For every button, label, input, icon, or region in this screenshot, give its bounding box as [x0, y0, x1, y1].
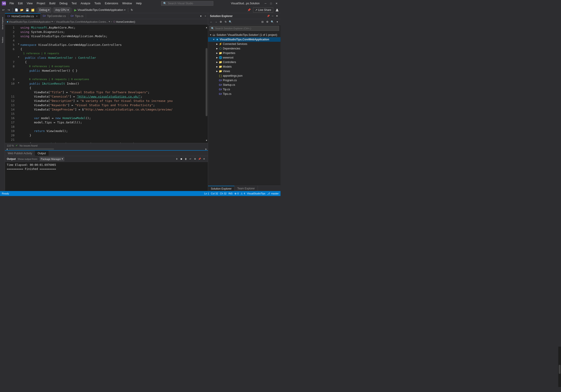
status-line[interactable]: Ln 1	[204, 192, 209, 195]
se-collapse-btn[interactable]: ⊟	[260, 20, 265, 24]
se-search-box[interactable]: 🔍	[209, 26, 279, 31]
se-more-btn[interactable]: ▾	[275, 20, 280, 24]
hscroll-thumb[interactable]	[9, 148, 54, 150]
tree-startup[interactable]: C# Startup.cs	[208, 83, 280, 87]
se-properties-btn[interactable]: ⚙	[218, 20, 223, 24]
output-filter-btn[interactable]: ⚙	[193, 157, 197, 161]
zoom-level[interactable]: 110 %	[7, 144, 14, 147]
tab-tipcontroller[interactable]: C# TipController.cs	[41, 13, 68, 19]
platform-dropdown[interactable]: Any CPU ▾	[54, 8, 70, 12]
se-search-input[interactable]	[215, 27, 278, 30]
undo-button[interactable]: ↩	[1, 8, 6, 12]
tree-wwwroot[interactable]: ▶ 🌐 wwwroot	[208, 55, 280, 60]
status-ch[interactable]: Ch 32	[220, 192, 227, 195]
tree-expand-wwwroot[interactable]: ▶	[215, 56, 218, 59]
editor-vertical-scrollbar[interactable]: ▲ ▼	[205, 24, 208, 143]
panel-tab-team-explorer[interactable]: Team Explorer	[234, 186, 258, 191]
new-project-button[interactable]: 📄	[14, 8, 19, 12]
menu-help[interactable]: Help	[134, 1, 143, 5]
menu-file[interactable]: File	[8, 1, 16, 5]
status-ready[interactable]: Ready	[2, 192, 9, 195]
tree-project[interactable]: ▼ ■ VisualStudioTips.CoreWebApplication	[208, 37, 280, 42]
tree-expand-connected[interactable]: ▶	[215, 43, 218, 45]
close-button[interactable]: ✕	[274, 1, 279, 5]
output-pause-btn[interactable]: ⏸	[175, 157, 179, 161]
save-button[interactable]: 💾	[25, 8, 30, 12]
output-wrap-btn[interactable]: ↵	[188, 157, 193, 161]
tab-web-publish-activity[interactable]: Web Publish Activity	[5, 151, 35, 156]
sidebar-toolbox[interactable]: Toolbox	[0, 33, 5, 47]
panel-tab-solution-explorer[interactable]: Solution Explorer	[208, 186, 234, 191]
output-pin-btn[interactable]: 📌	[197, 157, 202, 161]
tree-connected-services[interactable]: ▶ ⚡ Connected Services	[208, 42, 280, 46]
output-source-dropdown[interactable]: Package Manager ▾	[40, 157, 64, 161]
refresh-button[interactable]: ↻	[129, 8, 134, 12]
breadcrumb-method[interactable]: ⬡ HomeController()	[113, 21, 135, 23]
scrollbar-thumb[interactable]	[205, 48, 207, 116]
menu-debug[interactable]: Debug	[58, 1, 69, 5]
code-content[interactable]: using Microsoft.AspNetCore.Mvc; using Sy…	[16, 24, 205, 143]
live-share-button[interactable]: ↗ Live Share	[253, 8, 273, 12]
se-forward-btn[interactable]: →	[214, 20, 218, 24]
se-filter-btn[interactable]: 🔍	[228, 20, 233, 24]
tree-tip[interactable]: C# Tip.cs	[208, 87, 280, 92]
menu-edit[interactable]: Edit	[16, 1, 24, 5]
account-button[interactable]	[275, 8, 280, 12]
fold-7[interactable]: ▼	[17, 56, 20, 58]
breadcrumb-namespace[interactable]: VisualStudioTips.CoreWebApplication.Cont…	[56, 20, 110, 23]
redo-button[interactable]: ↪	[6, 8, 11, 12]
hscroll-track[interactable]	[9, 148, 204, 150]
hscroll-right[interactable]: ▶	[204, 148, 208, 150]
se-refresh-btn[interactable]: ↻	[223, 20, 228, 24]
menu-build[interactable]: Build	[47, 1, 57, 5]
open-button[interactable]: 📂	[19, 8, 24, 12]
tab-output[interactable]: Output	[35, 151, 49, 156]
se-close-btn[interactable]: ✕	[275, 14, 279, 18]
se-back-btn[interactable]: ←	[209, 20, 214, 24]
editor-add-tab-button[interactable]: +	[203, 13, 208, 19]
tree-solution[interactable]: ▼ 🗂 Solution 'VisualStudioTips.Solution'…	[208, 33, 280, 37]
menu-tools[interactable]: Tools	[93, 1, 103, 5]
tab-homecontroller[interactable]: C# HomeController.cs ✕	[5, 13, 41, 19]
title-search-box[interactable]: 🔍	[161, 1, 213, 6]
tree-models[interactable]: ▶ 📁 Models	[208, 64, 280, 69]
tree-dependencies[interactable]: ▶ ⬡ Dependencies	[208, 46, 280, 51]
menu-analyze[interactable]: Analyze	[79, 1, 92, 5]
tree-expand-solution[interactable]: ▼	[209, 34, 212, 36]
menu-extensions[interactable]: Extensions	[103, 1, 120, 5]
output-close-btn[interactable]: ✕	[202, 157, 206, 161]
hscroll-left[interactable]: ◀	[5, 148, 9, 150]
se-search-btn[interactable]: 🔍	[270, 20, 275, 24]
tree-expand-models[interactable]: ▶	[215, 65, 218, 68]
tree-expand-project[interactable]: ▼	[212, 38, 215, 41]
menu-project[interactable]: Project	[35, 1, 47, 5]
fold-11[interactable]: ▼	[17, 81, 20, 84]
tree-program[interactable]: C# Program.cs	[208, 78, 280, 83]
status-branch[interactable]: ⎇ master	[267, 192, 279, 195]
tree-appsettings[interactable]: { } appsettings.json	[208, 74, 280, 78]
tree-tips[interactable]: C# Tips.cs	[208, 92, 280, 96]
minimize-button[interactable]: ─	[263, 1, 268, 5]
restore-button[interactable]: □	[269, 1, 273, 5]
search-input[interactable]	[168, 2, 211, 5]
tab-tips[interactable]: C# Tips.cs	[68, 13, 86, 19]
output-stop-btn[interactable]: ⏹	[179, 157, 183, 161]
tree-expand-properties[interactable]: ▶	[215, 52, 218, 54]
tree-expand-deps[interactable]: ▶	[215, 47, 218, 50]
sidebar-server-explorer[interactable]: Server Explorer	[0, 14, 5, 32]
status-ins[interactable]: INS	[228, 192, 232, 195]
editor-horizontal-scrollbar[interactable]: ◀ ▶	[5, 148, 208, 150]
se-minimize-btn[interactable]: ─	[271, 14, 274, 18]
output-clear-btn[interactable]: 🗑	[184, 157, 188, 161]
tab-homecontroller-close[interactable]: ✕	[35, 15, 38, 18]
menu-window[interactable]: Window	[120, 1, 134, 5]
tree-expand-views[interactable]: ▶	[215, 70, 218, 72]
menu-view[interactable]: View	[25, 1, 34, 5]
menu-test[interactable]: Test	[70, 1, 78, 5]
se-settings-btn[interactable]: ⚙	[265, 20, 270, 24]
pin-button[interactable]: 📌	[247, 8, 252, 12]
tree-expand-controllers[interactable]: ▶	[215, 61, 218, 63]
tab-dropdown-arrow[interactable]: ▾	[199, 13, 203, 19]
tree-controllers[interactable]: ▶ 📁 Controllers	[208, 60, 280, 64]
debug-config-dropdown[interactable]: Debug ▾	[38, 8, 51, 12]
